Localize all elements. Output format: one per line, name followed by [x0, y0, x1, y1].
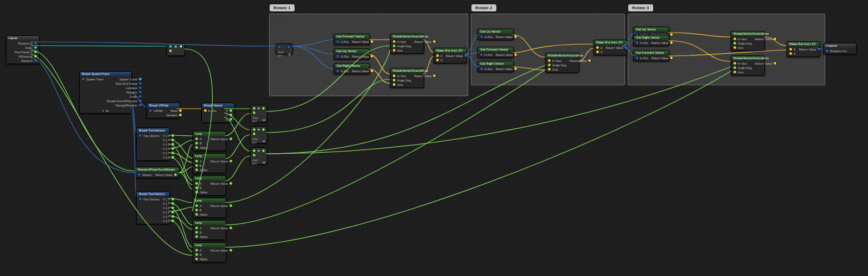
node-title: Get Forward Vector — [634, 51, 669, 55]
node-break-twovectors-b[interactable]: Break TwoVectors Two Vectors V 1 X V 1 Y… — [136, 191, 170, 224]
node-title: Lerp — [193, 198, 226, 203]
node-add-c[interactable]: + Add pin — [250, 147, 267, 165]
node-getUp[interactable]: Get Up Vector In Rot Return Value — [477, 29, 514, 40]
node-getRight[interactable]: Get Right Vector In Rot Return Value — [633, 35, 669, 46]
node-getUp[interactable]: Get Up Vector In Rot Return Value — [334, 48, 370, 60]
group-label: Rotate 2 — [471, 4, 496, 11]
group-title: Rotate 2 — [474, 16, 489, 20]
node-make-rot-from-zx[interactable]: Make Rot from ZX Z X Return Value — [433, 48, 467, 64]
group-title: Rotate 3 — [631, 16, 646, 20]
add-pin-button[interactable]: Add pin — [251, 158, 267, 166]
node-title: Lerp — [193, 131, 226, 136]
node-title: RandomFloat fromStream — [136, 167, 179, 172]
node-title: Get Right Vector — [634, 35, 669, 40]
node-lerp[interactable]: Lerp A B Alpha Return Value — [193, 153, 226, 173]
node-title: Get Up Vector — [478, 29, 513, 34]
node-title: Break VWVar — [147, 103, 180, 108]
node-title: Lerp — [193, 243, 226, 247]
plus-icon: + — [257, 148, 260, 154]
node-title: RotateVectorAroundAxis — [731, 56, 764, 60]
node-add-b[interactable]: + Add pin — [250, 126, 267, 143]
add-pin-button[interactable]: Add pin — [251, 116, 267, 123]
node-getFwd[interactable]: Get Forward Vector In Rot Return Value — [334, 34, 370, 45]
node-title: Break Vector — [202, 103, 234, 108]
node-add-a[interactable]: + Add pin — [250, 105, 267, 122]
node-getFwd[interactable]: Get Forward Vector In Rot Return Value — [477, 47, 514, 58]
node-title: RotateVectorAroundAxis — [391, 34, 424, 39]
node-make-rot-from-zx[interactable]: Make Rot from ZX Z X Return Value — [787, 41, 820, 57]
node-getFwd[interactable]: Get Forward Vector In Rot Return Value — [633, 50, 669, 61]
node-getRight[interactable]: Get Right Vector In Rot Return Value — [334, 63, 370, 74]
node-title: Get Right Vector — [478, 61, 513, 66]
node-lerp[interactable]: Lerp A B Alpha Return Value — [193, 220, 226, 240]
add-pin-button[interactable]: Add pin — [251, 137, 267, 145]
node-title: Outputs — [824, 43, 856, 48]
node-outputs[interactable]: Outputs Rotation Out — [823, 43, 857, 54]
node-rotate-vector-around-axis[interactable]: RotateVectorAroundAxis In Vect Angle Deg… — [731, 55, 765, 76]
node-title: Make Rot from ZX — [787, 42, 820, 46]
plus-icon: + — [257, 106, 260, 111]
add-pin-button[interactable]: Add pin — [276, 50, 292, 58]
node-title: RotateVectorAroundAxis — [546, 53, 579, 58]
node-lerp[interactable]: Lerp A B Alpha Return Value — [193, 131, 226, 151]
node-random-float-from-stream[interactable]: RandomFloat fromStream Stream Return Val… — [135, 167, 180, 178]
node-inputs[interactable]: Inputs Rotation In Index Free Param 2 %D… — [6, 35, 40, 64]
node-title: Lerp — [193, 176, 226, 180]
node-title: Lerp — [193, 221, 226, 225]
node-title: Get Up Vector — [334, 49, 369, 53]
node-break-vector[interactable]: Break Vector In Vec X Y Z — [201, 103, 235, 123]
node-lerp[interactable]: Lerp A B Alpha Return Value — [193, 198, 226, 218]
node-break-spawntrans[interactable]: Break SpawnTrans Spawn Trans Spawn Count… — [79, 71, 132, 114]
node-rotate-vector-around-axis[interactable]: RotateVectorAroundAxis In Vect Angle Deg… — [545, 53, 579, 73]
node-title: Lerp — [193, 154, 226, 158]
node-title: Get Forward Vector — [478, 47, 513, 52]
node-make-rot-from-zx[interactable]: Make Rot from ZX Z X Return Value — [593, 40, 627, 55]
node-break-vwvar[interactable]: Break VWVar VWVar Base Variation — [146, 103, 180, 118]
node-title: RotateVectorAroundAxis — [391, 68, 424, 73]
node-title: RotateVectorAroundAxis — [731, 32, 764, 36]
node-lerp[interactable]: Lerp A B Alpha Return Value — [193, 175, 226, 196]
node-title: Make Rot from ZX — [594, 40, 627, 45]
node-break-twovectors-a[interactable]: Break TwoVectors Two Vectors V 1 X V 1 Y… — [136, 128, 170, 161]
node-add-rot[interactable]: Add pin — [276, 43, 293, 54]
node-title: Inputs — [7, 36, 39, 40]
node-getRight[interactable]: Get Right Vector In Rot Return Value — [477, 61, 514, 72]
node-title: Break SpawnTrans — [80, 72, 131, 76]
group-label: Rotate 1 — [270, 4, 295, 11]
multiply-icon: × — [174, 44, 177, 49]
expand-struct-icon[interactable]: ▾ — [80, 108, 131, 113]
node-rotate-vector-around-axis[interactable]: RotateVectorAroundAxis In Vect Angle Deg… — [390, 34, 424, 54]
node-title: Make Rot from ZX — [434, 48, 467, 53]
node-title: Break TwoVectors — [137, 128, 169, 133]
node-title: Get Up Vector — [634, 27, 669, 32]
group-label: Rotate 3 — [628, 4, 653, 11]
node-rotate-vector-around-axis[interactable]: RotateVectorAroundAxis In Vect Angle Deg… — [731, 31, 765, 51]
node-multiply-int-float[interactable]: × — [167, 43, 185, 56]
node-title: Get Right Vector — [334, 64, 369, 68]
node-rotate-vector-around-axis[interactable]: RotateVectorAroundAxis In Vect Angle Deg… — [390, 68, 424, 88]
node-title: Get Forward Vector — [334, 34, 369, 39]
node-lerp[interactable]: Lerp A B Alpha Return Value — [193, 242, 226, 262]
group-title: Rotate 1 — [272, 16, 288, 20]
plus-icon: + — [257, 127, 260, 133]
node-title: Break TwoVectors — [137, 192, 169, 196]
